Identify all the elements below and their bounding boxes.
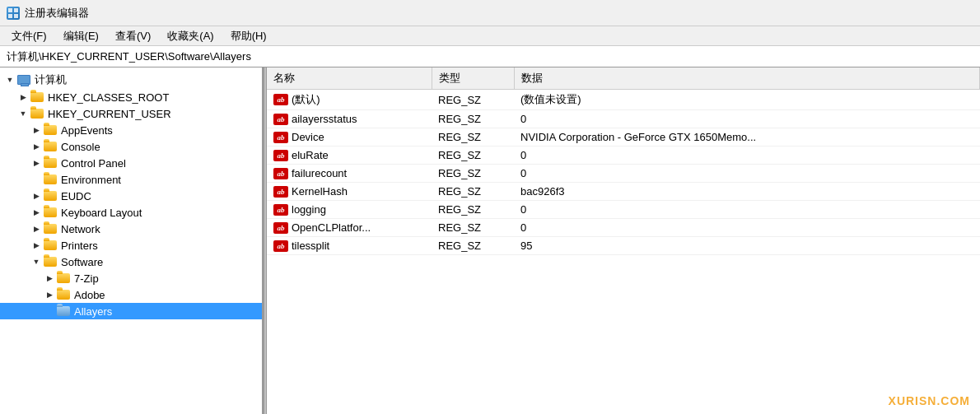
tree-arrow-hkcr[interactable]: ▶ [16,91,30,104]
reg-name-cell: ablogging [267,201,432,219]
tree-label-environment: Environment [61,174,121,186]
reg-name-cell: abailayersstatus [267,110,432,128]
svg-rect-2 [8,14,12,18]
folder-icon-appevents [43,124,58,136]
tree-label-console: Console [61,141,100,153]
ab-icon: ab [273,94,288,105]
reg-type-cell: REG_SZ [432,219,514,237]
tree-item-keyboard-layout[interactable]: ▶ Keyboard Layout [0,204,262,221]
tree-label-hkcr: HKEY_CLASSES_ROOT [48,91,169,104]
reg-type-cell: REG_SZ [432,237,514,255]
tree-item-hkcu[interactable]: ▼ HKEY_CURRENT_USER [0,105,262,122]
folder-icon-environment [43,174,58,185]
reg-type-cell: REG_SZ [432,147,514,165]
reg-type-cell: REG_SZ [432,90,514,110]
tree-label-software: Software [61,256,103,268]
reg-name-cell: abfailurecount [267,165,432,183]
reg-data-cell: bac926f3 [514,183,980,201]
menu-favorites[interactable]: 收藏夹(A) [159,27,222,45]
folder-icon-keyboard-layout [43,207,58,218]
reg-data-cell: 0 [514,219,980,237]
tree-label-keyboard-layout: Keyboard Layout [61,207,142,219]
registry-table: 名称 类型 数据 ab(默认)REG_SZ(数值未设置)abailayersst… [267,67,980,255]
tree-label-printers: Printers [61,240,98,252]
folder-icon-printers [43,240,58,251]
reg-name: failurecount [292,167,347,179]
table-row[interactable]: abOpenCLPlatfor...REG_SZ0 [267,219,980,237]
table-row[interactable]: abKernelHashREG_SZbac926f3 [267,183,980,201]
menu-help[interactable]: 帮助(H) [222,27,275,45]
reg-name: eluRate [292,149,329,161]
folder-icon-adobe [56,289,71,300]
folder-icon-software [43,256,58,267]
tree-item-control-panel[interactable]: ▶ Control Panel [0,155,262,171]
tree-item-eudc[interactable]: ▶ EUDC [0,188,262,204]
tree-arrow-7zip[interactable]: ▶ [43,272,56,285]
table-row[interactable]: abfailurecountREG_SZ0 [267,165,980,183]
tree-arrow-network[interactable]: ▶ [30,222,43,235]
table-row[interactable]: ab(默认)REG_SZ(数值未设置) [267,90,980,110]
window-title: 注册表编辑器 [25,6,89,21]
tree-arrow-eudc[interactable]: ▶ [30,189,43,202]
col-header-data[interactable]: 数据 [514,67,980,90]
tree-item-environment[interactable]: Environment [0,171,262,188]
table-row[interactable]: abeluRateREG_SZ0 [267,147,980,165]
table-row[interactable]: abloggingREG_SZ0 [267,201,980,219]
tree-arrow-environment [30,173,43,186]
menu-edit[interactable]: 编辑(E) [55,27,107,45]
title-bar: 注册表编辑器 [0,0,980,26]
right-panel: 名称 类型 数据 ab(默认)REG_SZ(数值未设置)abailayersst… [267,67,980,414]
tree-panel: ▼ 计算机 ▶ HKEY_CLASSES_ROOT ▼ HKEY_CURRENT… [0,67,264,414]
tree-item-allayers[interactable]: Allayers [0,303,262,319]
menu-view[interactable]: 查看(V) [107,27,159,45]
folder-icon-control-panel [43,157,58,169]
tree-item-appevents[interactable]: ▶ AppEvents [0,122,262,138]
svg-rect-0 [8,8,12,12]
reg-type-cell: REG_SZ [432,110,514,128]
tree-label-control-panel: Control Panel [61,157,126,170]
ab-icon: ab [273,150,288,161]
table-row[interactable]: abtilessplitREG_SZ95 [267,237,980,255]
tree-arrow-control-panel[interactable]: ▶ [30,156,43,170]
menu-file[interactable]: 文件(F) [3,27,55,45]
table-row[interactable]: abailayersstatusREG_SZ0 [267,110,980,128]
reg-name: ailayersstatus [292,113,357,125]
tree-item-hkcr[interactable]: ▶ HKEY_CLASSES_ROOT [0,89,262,105]
reg-type-cell: REG_SZ [432,201,514,219]
menu-bar: 文件(F) 编辑(E) 查看(V) 收藏夹(A) 帮助(H) [0,26,980,46]
reg-name-cell: abOpenCLPlatfor... [267,219,432,237]
reg-data-cell: 0 [514,147,980,165]
reg-name: tilessplit [292,240,329,252]
table-row[interactable]: abDeviceREG_SZNVIDIA Corporation - GeFor… [267,128,980,147]
tree-item-7zip[interactable]: ▶ 7-Zip [0,270,262,286]
reg-type-cell: REG_SZ [432,128,514,147]
tree-item-printers[interactable]: ▶ Printers [0,237,262,254]
col-header-name[interactable]: 名称 [267,67,432,90]
tree-arrow-computer[interactable]: ▼ [3,73,16,86]
tree-item-console[interactable]: ▶ Console [0,138,262,155]
tree-arrow-keyboard-layout[interactable]: ▶ [30,206,43,219]
tree-item-computer[interactable]: ▼ 计算机 [0,71,262,89]
col-header-type[interactable]: 类型 [432,67,514,90]
reg-type-cell: REG_SZ [432,165,514,183]
reg-name: OpenCLPlatfor... [292,221,371,234]
tree-item-network[interactable]: ▶ Network [0,221,262,237]
tree-item-adobe[interactable]: ▶ Adobe [0,286,262,303]
folder-icon-allayers [56,305,71,317]
tree-item-software[interactable]: ▼ Software [0,254,262,270]
tree-arrow-appevents[interactable]: ▶ [30,123,43,137]
ab-icon: ab [273,132,288,143]
reg-name: Device [292,131,324,143]
tree-arrow-software[interactable]: ▼ [30,255,43,268]
folder-icon-hkcu [30,108,44,119]
tree-label-network: Network [61,223,100,235]
folder-icon-console [43,141,58,152]
tree-arrow-hkcu[interactable]: ▼ [16,107,30,120]
tree-arrow-console[interactable]: ▶ [30,140,43,153]
tree-arrow-printers[interactable]: ▶ [30,239,43,252]
reg-type-cell: REG_SZ [432,183,514,201]
tree-arrow-adobe[interactable]: ▶ [43,288,56,301]
computer-icon [16,74,31,86]
tree-label-adobe: Adobe [74,289,105,301]
folder-icon-hkcr [30,91,44,103]
